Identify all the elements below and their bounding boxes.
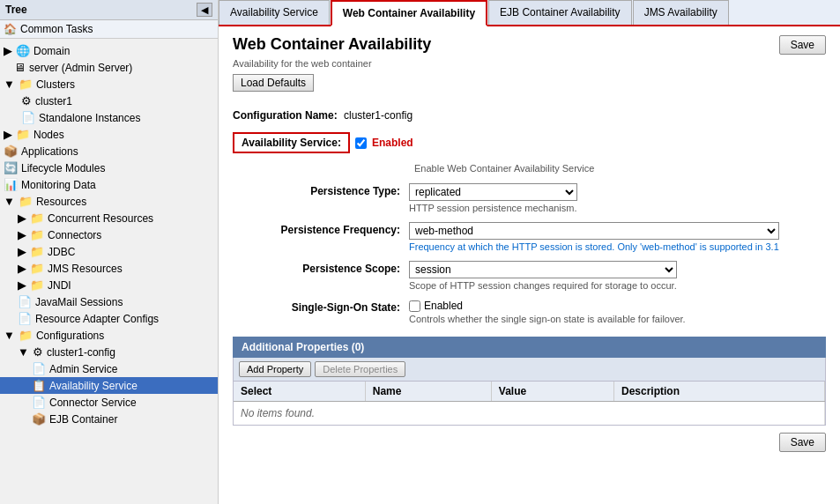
tree-item-monitoring-data[interactable]: 📊 Monitoring Data [0, 176, 218, 193]
resource-adapter-icon: 📄 [18, 312, 32, 325]
persistence-frequency-select[interactable]: web-method time-based [409, 222, 779, 240]
tree-label-jdbc: JDBC [48, 246, 75, 258]
tree-label-admin-server: server (Admin Server) [29, 62, 132, 74]
tree-item-resources[interactable]: ▼ 📁 Resources [0, 193, 218, 210]
additional-properties-section: Additional Properties (0) Add Property D… [233, 337, 826, 426]
bottom-save-row: Save [233, 426, 826, 456]
cluster1-config-expand-icon: ▼ [18, 345, 29, 359]
resources-expand-icon: ▼ [4, 195, 15, 208]
tree-item-ejb-container[interactable]: 📦 EJB Container [0, 411, 218, 427]
persistence-frequency-label: Persistence Frequency: [233, 222, 409, 236]
nodes-folder-icon: 📁 [16, 128, 30, 141]
col-select: Select [234, 382, 365, 402]
tree-label-clusters: Clusters [36, 78, 75, 91]
connector-service-icon: 📄 [32, 396, 46, 409]
add-property-button[interactable]: Add Property [239, 361, 311, 377]
tree-item-connectors[interactable]: ▶ 📁 Connectors [0, 226, 218, 243]
tree-item-configurations[interactable]: ▼ 📁 Configurations [0, 327, 218, 344]
tree-item-standalone-instances[interactable]: 📄 Standalone Instances [0, 109, 218, 126]
jndi-expand-icon: ▶ [18, 278, 26, 292]
tree-label-resources: Resources [36, 196, 86, 208]
tab-availability-service[interactable]: Availability Service [219, 0, 330, 25]
delete-properties-button[interactable]: Delete Properties [315, 361, 405, 377]
tree-item-cluster1[interactable]: ⚙ cluster1 [0, 93, 218, 109]
tree-label-jndi: JNDI [48, 279, 71, 292]
standalone-icon: 📄 [21, 111, 35, 124]
persistence-type-label: Persistence Type: [233, 183, 409, 197]
no-items-cell: No items found. [234, 402, 825, 426]
domain-globe-icon: 🌐 [16, 44, 30, 57]
tree-item-concurrent-resources[interactable]: ▶ 📁 Concurrent Resources [0, 210, 218, 226]
jms-expand-icon: ▶ [18, 262, 26, 275]
additional-properties-header: Additional Properties (0) [233, 337, 826, 358]
tabs-bar: Availability Service Web Container Avail… [219, 0, 840, 26]
col-description: Description [614, 382, 825, 402]
tab-jms-availability[interactable]: JMS Availability [633, 0, 729, 25]
tree-item-connector-service[interactable]: 📄 Connector Service [0, 394, 218, 411]
save-button-top[interactable]: Save [779, 35, 826, 55]
tree-label-javamail: JavaMail Sessions [35, 296, 123, 308]
tree-label-connector-service: Connector Service [49, 397, 137, 409]
connectors-expand-icon: ▶ [18, 228, 26, 241]
clusters-expand-icon: ▼ [4, 78, 15, 91]
tab-web-container-availability[interactable]: Web Container Availability [331, 0, 487, 26]
availability-service-checkbox[interactable] [355, 137, 367, 149]
sso-checkbox[interactable] [409, 300, 420, 312]
save-button-bottom[interactable]: Save [779, 433, 826, 452]
persistence-scope-select[interactable]: session modified-session modified-attrib… [409, 261, 677, 278]
resources-folder-icon: 📁 [19, 195, 33, 208]
lifecycle-icon: 🔄 [4, 161, 18, 174]
availability-service-icon: 📋 [32, 379, 46, 392]
domain-icon: ▶ [4, 44, 12, 57]
tree-item-jdbc[interactable]: ▶ 📁 JDBC [0, 243, 218, 260]
sso-control: Enabled Controls whether the single sign… [409, 300, 686, 324]
monitoring-icon: 📊 [4, 178, 18, 191]
ejb-container-icon: 📦 [32, 412, 46, 426]
persistence-type-row: Persistence Type: replicated memory file… [233, 183, 826, 213]
availability-service-label: Availability Service: [233, 132, 350, 153]
tree-label-applications: Applications [21, 145, 78, 158]
tree-collapse-button[interactable]: ◀ [197, 3, 212, 17]
tree-item-resource-adapter[interactable]: 📄 Resource Adapter Configs [0, 310, 218, 327]
persistence-scope-label: Persistence Scope: [233, 261, 409, 275]
tree-label-connectors: Connectors [48, 229, 101, 241]
tree-item-jms-resources[interactable]: ▶ 📁 JMS Resources [0, 260, 218, 277]
tree-header: Tree ◀ [0, 0, 218, 20]
configurations-expand-icon: ▼ [4, 329, 15, 342]
tree-label-concurrent: Concurrent Resources [48, 212, 153, 225]
tree-item-jndi[interactable]: ▶ 📁 JNDI [0, 277, 218, 293]
persistence-frequency-control: web-method time-based Frequency at which… [409, 222, 779, 252]
common-tasks-icon: 🏠 [4, 23, 17, 35]
tree-scroll: ▶ 🌐 Domain 🖥 server (Admin Server) ▼ 📁 C… [0, 39, 218, 504]
load-defaults-button[interactable]: Load Defaults [233, 74, 314, 92]
tree-item-admin-server[interactable]: 🖥 server (Admin Server) [0, 59, 218, 76]
tree-item-domain[interactable]: ▶ 🌐 Domain [0, 42, 218, 59]
tree-item-javamail[interactable]: 📄 JavaMail Sessions [0, 293, 218, 310]
tree-item-cluster1-config[interactable]: ▼ ⚙ cluster1-config [0, 344, 218, 360]
common-tasks-row[interactable]: 🏠 Common Tasks [0, 20, 218, 39]
tree-panel: Tree ◀ 🏠 Common Tasks ▶ 🌐 Domain 🖥 serve… [0, 0, 219, 504]
tree-label-ejb-container: EJB Container [49, 413, 117, 426]
tree-title: Tree [5, 4, 27, 16]
properties-table: Select Name Value Description No items f… [234, 382, 825, 425]
persistence-scope-control: session modified-session modified-attrib… [409, 261, 677, 291]
tree-label-domain: Domain [33, 45, 70, 57]
tree-item-lifecycle-modules[interactable]: 🔄 Lifecycle Modules [0, 159, 218, 176]
tab-ejb-container-availability[interactable]: EJB Container Availability [488, 0, 632, 25]
jdbc-folder-icon: 📁 [30, 245, 44, 258]
jdbc-expand-icon: ▶ [18, 245, 26, 258]
tree-item-nodes[interactable]: ▶ 📁 Nodes [0, 126, 218, 143]
persistence-type-select[interactable]: replicated memory file ha [409, 183, 577, 201]
properties-table-container: Select Name Value Description No items f… [233, 382, 826, 426]
jms-folder-icon: 📁 [30, 262, 44, 275]
tree-item-availability-service[interactable]: 📋 Availability Service [0, 377, 218, 394]
page-title: Web Container Availability [233, 35, 431, 54]
tree-item-admin-service[interactable]: 📄 Admin Service [0, 360, 218, 377]
clusters-folder-icon: 📁 [19, 78, 33, 91]
persistence-scope-help: Scope of HTTP session changes required f… [409, 280, 677, 291]
tree-item-applications[interactable]: 📦 Applications [0, 143, 218, 159]
tree-label-configurations: Configurations [36, 330, 104, 342]
cluster1-config-icon: ⚙ [33, 345, 43, 359]
sso-help: Controls whether the single sign-on stat… [409, 314, 686, 324]
tree-item-clusters[interactable]: ▼ 📁 Clusters [0, 76, 218, 93]
